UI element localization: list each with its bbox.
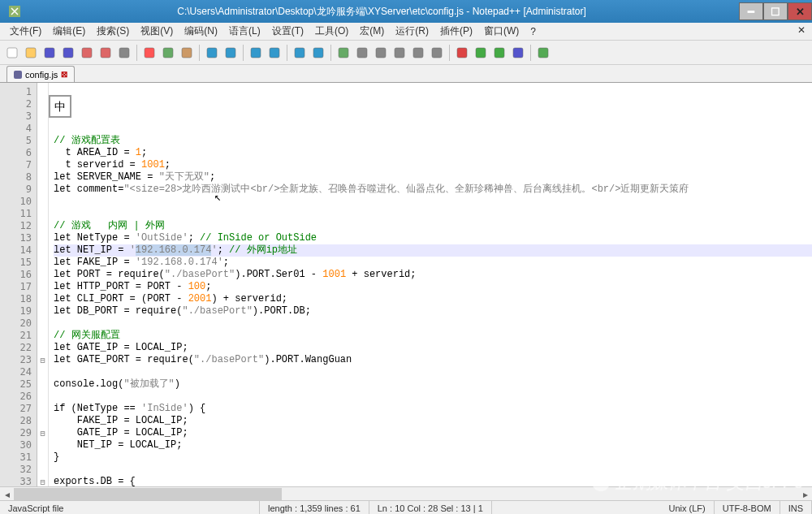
svg-rect-12 bbox=[226, 48, 235, 58]
code-line[interactable]: let comment="<size=28>龙吟西游测试中<br/>全新龙族、召… bbox=[54, 184, 812, 196]
title-bar: C:\Users\Administrator\Desktop\龙吟服务端\XYS… bbox=[0, 0, 812, 23]
scrollbar-thumb[interactable] bbox=[14, 488, 282, 500]
macro-play-icon[interactable] bbox=[472, 44, 490, 62]
macro-save-icon[interactable] bbox=[509, 44, 527, 62]
menu-f[interactable]: 文件(F) bbox=[5, 23, 46, 40]
menu-r[interactable]: 运行(R) bbox=[391, 23, 434, 40]
code-line[interactable]: let NET_IP = '192.168.0.174'; // 外网ip地址 bbox=[54, 244, 812, 257]
zoom-in-icon[interactable] bbox=[291, 44, 309, 62]
indent-icon[interactable] bbox=[391, 44, 408, 62]
file-tab[interactable]: config.js ⊠ bbox=[6, 66, 75, 82]
code-area[interactable]: 中 ↖ // 游戏配置表 t AREA_ID = 1; t serverid =… bbox=[49, 83, 812, 486]
paste-icon[interactable] bbox=[178, 44, 196, 62]
zoom-out-icon[interactable] bbox=[309, 44, 327, 62]
code-line[interactable]: } bbox=[54, 451, 812, 464]
code-line[interactable]: // 网关服配置 bbox=[54, 330, 812, 342]
close-doc-icon[interactable]: ✕ bbox=[797, 24, 806, 36]
tab-label: config.js bbox=[25, 70, 58, 80]
status-position: Ln : 10 Col : 28 Sel : 13 | 1 bbox=[369, 501, 492, 514]
toolbar bbox=[0, 41, 812, 65]
menu-p[interactable]: 插件(P) bbox=[435, 23, 477, 40]
svg-rect-8 bbox=[145, 48, 154, 58]
monitor-icon[interactable] bbox=[534, 44, 552, 62]
sync-icon[interactable] bbox=[335, 44, 352, 62]
save-icon[interactable] bbox=[41, 44, 58, 62]
code-line[interactable]: GATE_IP = LOCAL_IP; bbox=[54, 427, 812, 439]
svg-rect-9 bbox=[163, 48, 173, 58]
code-line[interactable]: // 游戏 内网 | 外网 bbox=[54, 220, 812, 232]
menu-o[interactable]: 工具(O) bbox=[310, 23, 353, 40]
code-line[interactable] bbox=[54, 366, 812, 378]
code-line[interactable]: FAKE_IP = LOCAL_IP; bbox=[54, 415, 812, 427]
code-line[interactable] bbox=[54, 317, 812, 330]
code-line[interactable] bbox=[54, 391, 812, 403]
macro-rec-icon[interactable] bbox=[453, 44, 471, 62]
status-encoding[interactable]: UTF-8-BOM bbox=[715, 501, 780, 514]
code-line[interactable]: if (NetType == 'InSide') { bbox=[54, 403, 812, 415]
code-line[interactable]: // 游戏配置表 bbox=[54, 135, 812, 147]
ws-icon[interactable] bbox=[372, 44, 390, 62]
lang-icon[interactable] bbox=[409, 44, 427, 62]
close-icon[interactable] bbox=[78, 44, 96, 62]
code-line[interactable]: let DB_PORT = require("./basePort").PORT… bbox=[54, 305, 812, 317]
fold-column[interactable]: ⊟⊟⊟ bbox=[37, 83, 49, 486]
open-icon[interactable] bbox=[22, 44, 40, 62]
code-line[interactable]: t AREA_ID = 1; bbox=[54, 147, 812, 159]
minimize-button[interactable]: ━ bbox=[739, 2, 763, 20]
close-all-icon[interactable] bbox=[97, 44, 114, 62]
status-eol[interactable]: Unix (LF) bbox=[661, 501, 715, 514]
eol-icon[interactable] bbox=[428, 44, 446, 62]
tab-close-icon[interactable]: ⊠ bbox=[61, 70, 67, 79]
redo-icon[interactable] bbox=[222, 44, 240, 62]
menu-m[interactable]: 宏(M) bbox=[355, 23, 389, 40]
svg-rect-5 bbox=[82, 48, 92, 58]
menu-w[interactable]: 窗口(W) bbox=[479, 23, 524, 40]
svg-rect-10 bbox=[182, 48, 192, 58]
new-icon[interactable] bbox=[3, 44, 21, 62]
menu-[interactable]: ? bbox=[525, 24, 541, 39]
code-line[interactable] bbox=[54, 208, 812, 220]
svg-rect-17 bbox=[339, 48, 348, 58]
undo-icon[interactable] bbox=[203, 44, 221, 62]
code-line[interactable]: console.log("被加载了") bbox=[54, 378, 812, 391]
code-line[interactable]: let NetType = 'OutSide'; // InSide or Ou… bbox=[54, 232, 812, 244]
wrap-icon[interactable] bbox=[353, 44, 371, 62]
code-line[interactable]: let SERVER_NAME = "天下无双"; bbox=[54, 171, 812, 184]
code-line[interactable]: NET_IP = LOCAL_IP; bbox=[54, 439, 812, 451]
close-button[interactable]: ✕ bbox=[788, 2, 812, 20]
svg-rect-3 bbox=[45, 48, 54, 58]
status-insert-mode[interactable]: INS bbox=[780, 501, 812, 514]
menu-t[interactable]: 设置(T) bbox=[267, 23, 309, 40]
code-line[interactable]: let FAKE_IP = '192.168.0.174'; bbox=[54, 257, 812, 269]
replace-icon[interactable] bbox=[266, 44, 283, 62]
code-line[interactable]: let CLI_PORT = (PORT - 2001) + serverid; bbox=[54, 293, 812, 305]
cut-icon[interactable] bbox=[140, 44, 158, 62]
menu-bar: 文件(F)编辑(E)搜索(S)视图(V)编码(N)语言(L)设置(T)工具(O)… bbox=[0, 23, 812, 41]
code-line[interactable]: let PORT = require("./basePort").PORT.Se… bbox=[54, 269, 812, 281]
menu-e[interactable]: 编辑(E) bbox=[48, 23, 90, 40]
maximize-button[interactable]: ☐ bbox=[763, 2, 788, 20]
menu-s[interactable]: 搜索(S) bbox=[92, 23, 134, 40]
scroll-left-icon[interactable]: ◂ bbox=[0, 487, 14, 501]
status-bar: JavaScript file length : 1,359 lines : 6… bbox=[0, 500, 812, 514]
code-line[interactable]: let HTTP_PORT = PORT - 100; bbox=[54, 281, 812, 293]
code-line[interactable] bbox=[54, 196, 812, 208]
macro-replay-icon[interactable] bbox=[490, 44, 508, 62]
code-line[interactable]: let GATE_IP = LOCAL_IP; bbox=[54, 342, 812, 354]
svg-rect-25 bbox=[495, 48, 504, 58]
code-line[interactable]: let GATE_PORT = require("./basePort").PO… bbox=[54, 354, 812, 366]
menu-l[interactable]: 语言(L) bbox=[224, 23, 266, 40]
copy-icon[interactable] bbox=[159, 44, 177, 62]
find-icon[interactable] bbox=[247, 44, 265, 62]
save-all-icon[interactable] bbox=[59, 44, 77, 62]
editor[interactable]: 1234567891011121314151617181920212223242… bbox=[0, 83, 812, 486]
print-icon[interactable] bbox=[115, 44, 133, 62]
svg-rect-15 bbox=[295, 48, 304, 58]
svg-rect-11 bbox=[207, 48, 217, 58]
menu-v[interactable]: 视图(V) bbox=[136, 23, 178, 40]
svg-rect-14 bbox=[270, 48, 279, 58]
svg-rect-24 bbox=[476, 48, 486, 58]
menu-n[interactable]: 编码(N) bbox=[179, 23, 222, 40]
code-line[interactable]: t serverid = 1001; bbox=[54, 159, 812, 171]
svg-rect-16 bbox=[313, 48, 323, 58]
